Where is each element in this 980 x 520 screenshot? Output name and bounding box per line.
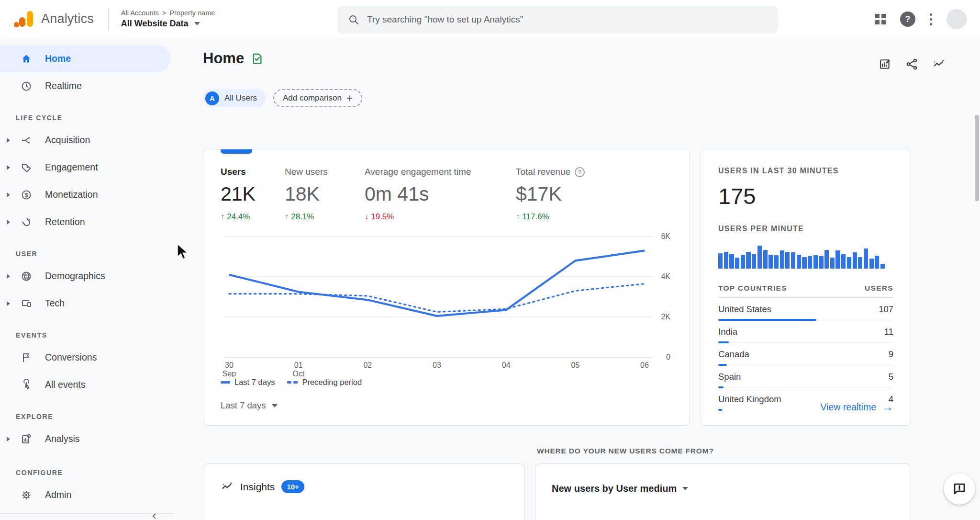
flag-icon xyxy=(19,352,33,363)
sidebar-item-acquisition[interactable]: Acquisition xyxy=(0,126,171,154)
chevron-right-icon[interactable] xyxy=(7,274,10,279)
globe-icon xyxy=(19,271,33,282)
engagement-icon xyxy=(19,162,33,173)
property-selector[interactable]: All Website Data xyxy=(121,19,215,29)
analytics-logo[interactable]: Analytics xyxy=(13,8,94,30)
sidebar-item-tech[interactable]: Tech xyxy=(0,290,171,317)
insights-title: Insights xyxy=(240,481,275,493)
realtime-title: USERS IN LAST 30 MINUTES xyxy=(718,167,893,175)
date-range-selector[interactable]: Last 7 days xyxy=(221,400,672,411)
new-users-card: New users by User medium xyxy=(535,463,911,520)
help-button[interactable]: ? xyxy=(900,11,915,27)
comparison-a-badge: A xyxy=(205,91,219,105)
sidebar-item-realtime[interactable]: Realtime xyxy=(0,72,171,100)
add-comparison-button[interactable]: Add comparison + xyxy=(273,89,362,107)
sidebar-section-user: USER xyxy=(0,250,171,258)
breadcrumb[interactable]: All Accounts > Property name xyxy=(121,9,215,17)
sidebar-section-events: EVENTS xyxy=(0,331,171,339)
svg-text:Sep: Sep xyxy=(223,370,236,377)
google-analytics-logo-icon xyxy=(13,8,35,30)
svg-text:Oct: Oct xyxy=(292,370,304,377)
search-bar[interactable] xyxy=(337,6,778,34)
chevron-right-icon[interactable] xyxy=(7,301,10,306)
breadcrumb-all-accounts[interactable]: All Accounts xyxy=(121,9,159,17)
svg-text:01: 01 xyxy=(294,361,303,369)
chevron-right-icon[interactable] xyxy=(7,138,10,143)
metrics-row: Users 21K ↑ 24.4% New users 18K ↑ 28.1% … xyxy=(221,167,672,222)
svg-text:03: 03 xyxy=(433,361,441,369)
chevron-right-icon[interactable] xyxy=(7,437,10,441)
sidebar-item-home[interactable]: Home xyxy=(0,45,170,72)
share-button[interactable] xyxy=(905,57,919,71)
metric-total-revenue[interactable]: Total revenue ? $17K ↑ 117.6% xyxy=(516,167,672,222)
chart-legend: Last 7 days Preceding period xyxy=(221,378,672,387)
mouse-cursor xyxy=(175,243,191,261)
svg-text:30: 30 xyxy=(225,361,234,369)
avatar[interactable] xyxy=(947,9,967,29)
country-bar xyxy=(718,409,722,411)
chevron-right-icon[interactable] xyxy=(7,192,10,197)
devices-icon xyxy=(19,298,33,309)
sidebar-section-configure: CONFIGURE xyxy=(0,469,171,476)
analysis-icon xyxy=(19,433,33,445)
chevron-down-icon xyxy=(272,404,278,407)
svg-text:05: 05 xyxy=(571,361,579,369)
search-icon xyxy=(348,14,359,25)
sidebar-item-analysis[interactable]: Analysis xyxy=(0,425,171,452)
table-row-united-states: United States107 xyxy=(718,298,893,320)
help-tooltip-icon[interactable]: ? xyxy=(575,167,585,177)
feedback-button[interactable] xyxy=(944,473,975,505)
topbar-divider xyxy=(108,8,109,30)
sidebar-item-demographics[interactable]: Demographics xyxy=(0,262,171,290)
brand-name: Analytics xyxy=(41,11,94,26)
insights-card: Insights 10+ xyxy=(203,463,525,520)
chevron-right-icon[interactable] xyxy=(7,220,10,225)
svg-text:$: $ xyxy=(25,192,28,198)
gear-icon xyxy=(19,489,33,501)
sidebar-item-all-events[interactable]: All events xyxy=(0,371,171,398)
topbar: Analytics All Accounts > Property name A… xyxy=(0,0,980,38)
clock-icon xyxy=(19,80,33,92)
search-input[interactable] xyxy=(367,14,767,25)
retention-icon xyxy=(19,216,33,228)
chevron-right-icon[interactable] xyxy=(7,165,10,170)
sidebar-item-monetization[interactable]: $ Monetization xyxy=(0,181,171,208)
svg-text:04: 04 xyxy=(502,361,511,369)
insights-button[interactable] xyxy=(932,57,946,71)
all-users-chip[interactable]: A All Users xyxy=(203,89,266,107)
help-icon: ? xyxy=(900,11,915,27)
vertical-dots-icon xyxy=(930,13,932,25)
page-scrollbar[interactable] xyxy=(975,115,979,201)
verified-document-icon xyxy=(251,52,264,65)
monetization-icon: $ xyxy=(19,189,33,201)
sidebar-item-retention[interactable]: Retention xyxy=(0,208,171,236)
svg-text:2K: 2K xyxy=(661,313,670,321)
collapse-sidebar-icon[interactable]: ‹ xyxy=(152,508,156,520)
chevron-down-icon xyxy=(194,22,200,25)
overview-card: Users 21K ↑ 24.4% New users 18K ↑ 28.1% … xyxy=(203,149,690,426)
feedback-icon xyxy=(952,482,967,496)
metric-avg-engagement-time[interactable]: Average engagement time 0m 41s ↓ 19.5% xyxy=(365,167,516,222)
metric-new-users[interactable]: New users 18K ↑ 28.1% xyxy=(285,167,365,222)
sidebar-section-explore: EXPLORE xyxy=(0,413,171,420)
selected-metric-tab-indicator[interactable] xyxy=(221,149,252,154)
dimension-selector[interactable]: New users by User medium xyxy=(552,483,894,494)
account-breadcrumb: All Accounts > Property name All Website… xyxy=(121,9,215,29)
acquisition-icon xyxy=(19,135,33,146)
view-realtime-link[interactable]: View realtime → xyxy=(820,401,893,413)
metric-users[interactable]: Users 21K ↑ 24.4% xyxy=(221,167,285,222)
sidebar-item-engagement[interactable]: Engagement xyxy=(0,154,171,181)
arrow-right-icon: → xyxy=(882,401,893,413)
customize-report-button[interactable] xyxy=(879,57,892,71)
more-options-button[interactable] xyxy=(930,13,932,25)
solid-line-swatch xyxy=(221,381,230,384)
breadcrumb-property-name[interactable]: Property name xyxy=(169,9,215,17)
sidebar-item-conversions[interactable]: Conversions xyxy=(0,344,171,371)
sidebar-divider xyxy=(0,513,175,514)
sidebar: Home Realtime LIFE CYCLE Acquisition Eng… xyxy=(0,38,171,520)
table-row-india: India11 xyxy=(718,320,893,343)
dashed-line-swatch xyxy=(287,381,298,384)
sidebar-section-life-cycle: LIFE CYCLE xyxy=(0,114,171,122)
sidebar-item-admin[interactable]: Admin xyxy=(0,481,171,509)
apps-grid-button[interactable] xyxy=(875,14,886,24)
